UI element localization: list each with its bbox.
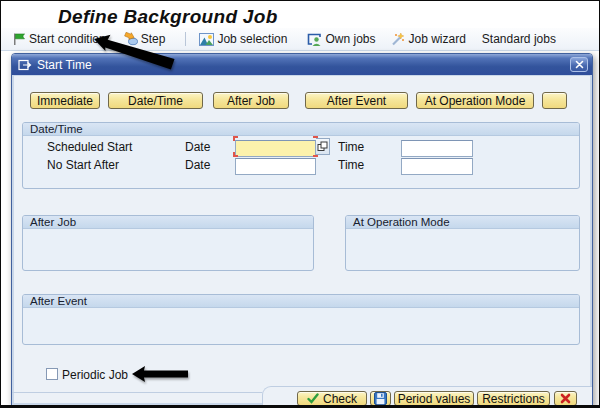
save-icon: [374, 392, 387, 405]
group-after-job: After Job: [22, 215, 314, 271]
no-start-after-time-fieldwrap: [401, 156, 473, 173]
close-icon: [575, 60, 584, 69]
group-date-time: Date/Time Scheduled Start Date Time No S…: [22, 122, 580, 189]
no-start-after-date-field[interactable]: [235, 158, 316, 175]
no-start-after-time-field[interactable]: [401, 158, 473, 175]
cancel-button[interactable]: [554, 391, 577, 406]
after-job-button[interactable]: After Job: [213, 92, 289, 109]
no-start-after-date-fieldwrap: [235, 156, 316, 173]
cancel-icon: [560, 393, 571, 404]
restrictions-button[interactable]: Restrictions: [477, 391, 550, 406]
group-header: After Job: [23, 216, 313, 229]
job-selection-icon: [199, 33, 214, 46]
own-jobs-icon: [307, 33, 322, 46]
time-label: Time: [338, 140, 364, 154]
group-at-operation-mode: At Operation Mode: [345, 215, 580, 271]
group-after-event: After Event: [22, 294, 580, 345]
page-title: Define Background Job: [58, 6, 278, 28]
close-button[interactable]: [570, 57, 588, 72]
no-start-after-label: No Start After: [47, 158, 119, 172]
at-operation-mode-button[interactable]: At Operation Mode: [416, 92, 534, 109]
focus-corner: [233, 136, 238, 141]
annotation-arrow-periodic-job: [128, 364, 192, 384]
scheduled-start-time-field[interactable]: [401, 140, 473, 157]
group-header: After Event: [23, 295, 579, 308]
group-header: At Operation Mode: [346, 216, 579, 229]
date-label: Date: [185, 158, 210, 172]
toolbar-button-standard-jobs[interactable]: Standard jobs: [482, 32, 556, 46]
value-help-icon: [317, 141, 328, 152]
period-values-button[interactable]: Period values: [394, 391, 474, 406]
start-time-dialog: Start Time Immediate Date/Time After Job…: [11, 53, 593, 406]
toolbar-button-own-jobs[interactable]: Own jobs: [307, 32, 375, 46]
save-button[interactable]: [370, 391, 391, 406]
immediate-button[interactable]: Immediate: [30, 92, 100, 109]
sap-window: Define Background Job Start condition St…: [0, 0, 600, 408]
periodic-job-checkbox[interactable]: [46, 368, 58, 380]
scheduled-start-time-fieldwrap: [401, 138, 473, 155]
toolbar-label: Standard jobs: [482, 32, 556, 46]
toolbar-label: Job wizard: [408, 32, 465, 46]
flag-icon: [12, 32, 26, 46]
periodic-job-label: Periodic Job: [62, 368, 128, 382]
job-wizard-icon: [390, 32, 405, 46]
dialog-title: Start Time: [37, 58, 92, 72]
toolbar-label: Own jobs: [325, 32, 375, 46]
check-button[interactable]: Check: [297, 391, 367, 406]
value-help-button[interactable]: [316, 138, 330, 155]
check-button-label: Check: [323, 392, 357, 406]
footer-divider: [12, 392, 262, 393]
extra-blank-button[interactable]: [542, 92, 567, 109]
group-header: Date/Time: [23, 123, 579, 136]
annotation-arrow-start-condition: [91, 29, 191, 74]
toolbar-label: Job selection: [217, 32, 287, 46]
check-icon: [307, 393, 319, 404]
dialog-icon: [18, 59, 32, 71]
date-label: Date: [185, 140, 210, 154]
scheduled-start-date-fieldwrap: [235, 138, 316, 155]
scheduled-start-date-field[interactable]: [235, 140, 316, 157]
toolbar-button-job-selection[interactable]: Job selection: [199, 32, 287, 46]
after-event-button[interactable]: After Event: [305, 92, 408, 109]
time-label: Time: [338, 158, 364, 172]
scheduled-start-label: Scheduled Start: [47, 140, 132, 154]
date-time-button[interactable]: Date/Time: [108, 92, 203, 109]
toolbar-button-job-wizard[interactable]: Job wizard: [390, 32, 465, 46]
